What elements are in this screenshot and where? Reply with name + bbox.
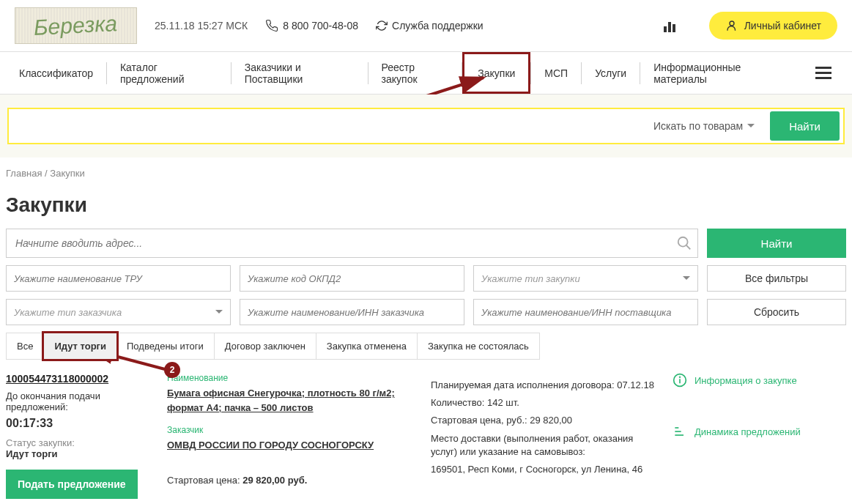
logo-text: Березка: [34, 11, 119, 40]
cabinet-button[interactable]: Личный кабинет: [709, 12, 837, 40]
tab-results[interactable]: Подведены итоги: [116, 333, 215, 359]
svg-line-3: [686, 245, 691, 250]
annotation-badge-2: 2: [164, 362, 180, 378]
nav-msp[interactable]: МСП: [531, 52, 581, 94]
nav-registry[interactable]: Реестр закупок: [368, 52, 462, 94]
start-price: Стартовая цена: 29 820,00 руб.: [167, 475, 416, 486]
quantity: Количество: 142 шт.: [431, 396, 658, 410]
customer-label: Заказчик: [167, 425, 416, 435]
purchase-card: 100054473118000002 До окончания подачи п…: [0, 360, 852, 504]
customer-inn-input[interactable]: [240, 299, 464, 325]
purchase-name-link[interactable]: Бумага офисная Снегурочка; плотность 80 …: [167, 388, 395, 413]
submit-offer-button[interactable]: Подать предложение: [6, 470, 138, 499]
chevron-down-icon: [683, 276, 690, 284]
phone-icon: [265, 19, 278, 32]
cabinet-label: Личный кабинет: [744, 20, 821, 32]
burger-menu[interactable]: [801, 67, 846, 79]
address-input[interactable]: [6, 229, 698, 258]
global-find-button[interactable]: Найти: [770, 111, 840, 141]
tru-input[interactable]: [6, 265, 231, 292]
phone[interactable]: 8 800 700-48-08: [265, 19, 358, 32]
search-icon: [676, 235, 692, 251]
phone-number: 8 800 700-48-08: [283, 20, 358, 32]
support-text: Служба поддержки: [392, 20, 484, 32]
svg-point-7: [680, 377, 681, 377]
plan-date: Планируемая дата исполнения договора: 07…: [431, 379, 658, 392]
refresh-icon: [376, 20, 388, 32]
status-tabs: Все Идут торги Подведены итоги Договор з…: [6, 333, 540, 360]
tab-failed[interactable]: Закупка не состоялась: [418, 333, 539, 359]
tab-contract[interactable]: Договор заключен: [215, 333, 316, 359]
timer-value: 00:17:33: [6, 417, 152, 430]
nav-catalog[interactable]: Каталог предложений: [107, 52, 231, 94]
svg-point-0: [730, 21, 734, 26]
nav-purchases[interactable]: Закупки: [462, 52, 530, 94]
breadcrumb-home[interactable]: Главная: [6, 168, 42, 179]
nav-services[interactable]: Услуги: [582, 52, 640, 94]
purchase-type-select[interactable]: Укажите тип закупки: [473, 265, 698, 292]
purchase-id-link[interactable]: 100054473118000002: [6, 373, 152, 385]
delivery-label: Место доставки (выполнения работ, оказан…: [431, 432, 658, 459]
stats-icon[interactable]: [664, 19, 677, 32]
tab-all[interactable]: Все: [7, 333, 44, 359]
delivery-address: 169501, Респ Коми, г Сосногорск, ул Лени…: [431, 463, 658, 476]
global-search-box: Искать по товарам Найти: [7, 108, 845, 144]
nav-customers-suppliers[interactable]: Заказчики и Поставщики: [231, 52, 368, 94]
logo[interactable]: Березка: [15, 7, 137, 44]
tab-cancelled[interactable]: Закупка отменена: [316, 333, 418, 359]
main-nav: Классификатор Каталог предложений Заказч…: [0, 52, 852, 94]
datetime: 25.11.18 15:27 МСК: [155, 20, 248, 32]
customer-link[interactable]: ОМВД РОССИИ ПО ГОРОДУ СОСНОГОРСКУ: [167, 440, 374, 451]
nav-classifier[interactable]: Классификатор: [6, 52, 106, 94]
reset-button[interactable]: Сбросить: [707, 299, 846, 325]
status-label: Статус закупки:: [6, 437, 152, 448]
list-icon: [673, 424, 687, 439]
name-label: Наименование: [167, 373, 416, 383]
purchase-info-link[interactable]: Информация о закупке: [673, 373, 846, 388]
page-title: Закупки: [0, 189, 852, 229]
supplier-inn-input[interactable]: [473, 299, 698, 325]
info-icon: [673, 373, 687, 388]
status-value: Идут торги: [6, 448, 152, 459]
svg-point-2: [678, 237, 688, 247]
search-mode-select[interactable]: Искать по товарам: [642, 120, 766, 132]
chevron-down-icon: [215, 310, 223, 317]
tab-active-trades[interactable]: Идут торги: [42, 331, 119, 361]
all-filters-button[interactable]: Все фильтры: [707, 265, 846, 292]
chevron-down-icon: [747, 124, 755, 131]
nav-info-materials[interactable]: Информационные материалы: [640, 52, 801, 94]
user-icon: [725, 19, 738, 32]
price-detail: Стартовая цена, руб.: 29 820,00: [431, 414, 658, 427]
filter-find-button[interactable]: Найти: [707, 229, 846, 258]
dynamics-link[interactable]: Динамика предложений: [673, 424, 846, 439]
breadcrumb-page: Закупки: [50, 168, 84, 179]
global-search-input[interactable]: [9, 109, 642, 143]
support-link[interactable]: Служба поддержки: [376, 20, 484, 32]
timer-label: До окончания подачи предложений:: [6, 390, 152, 412]
customer-type-select[interactable]: Укажите тип заказчика: [6, 299, 231, 325]
okpd-input[interactable]: [240, 265, 464, 292]
breadcrumb: Главная / Закупки: [0, 158, 852, 189]
